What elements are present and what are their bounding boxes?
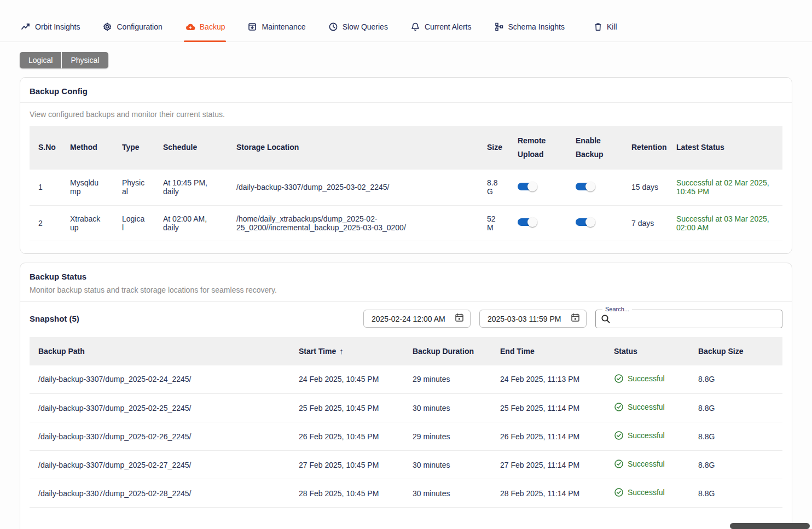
- col-storage-location: Storage Location: [228, 126, 478, 170]
- col-backup-path: Backup Path: [30, 337, 290, 365]
- cell-storage-location: /home/daily_xtrabackups/dump_2025-02-25_…: [228, 205, 478, 241]
- clock-icon: [328, 22, 338, 32]
- col-start-time-sort[interactable]: Start Time↑: [290, 337, 404, 365]
- col-sno: S.No: [30, 126, 61, 170]
- cell-schedule: At 02:00 AM, daily: [154, 205, 228, 241]
- tab-slow-queries[interactable]: Slow Queries: [327, 20, 389, 42]
- status-header-row: Backup Path Start Time↑ Backup Duration …: [30, 337, 782, 365]
- calendar-icon[interactable]: [454, 312, 465, 325]
- backup-mode-toggle: Logical Physical: [20, 52, 108, 68]
- tab-label: Slow Queries: [343, 22, 388, 31]
- toggle-thumb: [527, 217, 537, 227]
- enable-backup-toggle[interactable]: [576, 217, 595, 228]
- toggle-thumb: [527, 182, 537, 191]
- cell-latest-status: Successful at 03 Mar 2025, 02:00 AM: [668, 205, 782, 241]
- col-method: Method: [61, 126, 113, 170]
- tab-schema-insights[interactable]: Schema Insights: [493, 20, 566, 42]
- toggle-thumb: [585, 217, 595, 227]
- tab-backup[interactable]: Backup: [184, 20, 227, 42]
- col-type: Type: [113, 126, 154, 170]
- status-text: Successful: [628, 460, 665, 468]
- check-circle-icon: [614, 459, 624, 469]
- main-tabbar: Orbit Insights Configuration Backup Main…: [0, 0, 812, 42]
- cell-backup-path: /daily-backup-3307/dump_2025-02-24_2245/: [30, 365, 290, 394]
- check-circle-icon: [614, 402, 624, 412]
- check-circle-icon: [614, 487, 624, 497]
- gear-icon: [102, 22, 112, 32]
- col-backup-duration: Backup Duration: [404, 337, 491, 365]
- status-badge: Successful: [614, 402, 665, 412]
- cell-method: Mysqldump: [61, 170, 113, 205]
- cell-backup-size: 8.8G: [689, 451, 782, 479]
- backup-status-title: Backup Status: [20, 263, 792, 283]
- date-from-value: 2025-02-24 12:00 AM: [372, 315, 445, 323]
- status-row: /daily-backup-3307/dump_2025-02-27_2245/…: [30, 451, 782, 479]
- tab-configuration[interactable]: Configuration: [101, 20, 163, 42]
- status-text: Successful: [628, 431, 665, 440]
- status-row: /daily-backup-3307/dump_2025-02-28_2245/…: [30, 479, 782, 508]
- tab-label: Orbit Insights: [35, 22, 80, 31]
- col-enable-backup: Enable Backup: [567, 126, 623, 170]
- cell-start-time: 24 Feb 2025, 10:45 PM: [290, 365, 404, 394]
- trash-icon: [594, 22, 602, 32]
- tab-current-alerts[interactable]: Current Alerts: [409, 20, 473, 42]
- cell-retention: 15 days: [623, 170, 668, 205]
- cell-backup-path: /daily-backup-3307/dump_2025-02-26_2245/: [30, 422, 290, 451]
- tab-label: Backup: [200, 22, 225, 31]
- calendar-icon[interactable]: [570, 312, 581, 325]
- backup-config-title: Backup Config: [20, 78, 792, 102]
- config-row: 1 Mysqldump Physical At 10:45 PM, daily …: [30, 170, 782, 205]
- cell-sno: 2: [30, 205, 61, 241]
- date-from-picker[interactable]: 2025-02-24 12:00 AM: [363, 310, 471, 328]
- tab-maintenance[interactable]: Maintenance: [246, 20, 306, 42]
- horizontal-scrollbar-thumb[interactable]: [730, 523, 810, 529]
- tab-label: Configuration: [117, 22, 162, 31]
- search-input[interactable]: [614, 310, 778, 328]
- status-text: Successful: [628, 488, 665, 497]
- cell-sno: 1: [30, 170, 61, 205]
- cell-backup-path: /daily-backup-3307/dump_2025-02-25_2245/: [30, 394, 290, 422]
- search-floating-label: Search...: [602, 306, 632, 312]
- status-text: Successful: [628, 374, 665, 383]
- cell-duration: 30 minutes: [404, 394, 491, 422]
- cell-duration: 29 minutes: [404, 422, 491, 451]
- cell-backup-size: 8.8G: [689, 422, 782, 451]
- remote-upload-toggle[interactable]: [518, 181, 537, 192]
- cell-end-time: 24 Feb 2025, 11:13 PM: [491, 365, 605, 394]
- cell-start-time: 27 Feb 2025, 10:45 PM: [290, 451, 404, 479]
- date-to-picker[interactable]: 2025-03-03 11:59 PM: [479, 310, 587, 328]
- col-latest-status: Latest Status: [668, 126, 782, 170]
- tab-kill[interactable]: Kill: [593, 20, 618, 42]
- cell-duration: 29 minutes: [404, 365, 491, 394]
- cell-type: Logical: [113, 205, 154, 241]
- config-header-row: S.No Method Type Schedule Storage Locati…: [30, 126, 782, 170]
- cell-schedule: At 10:45 PM, daily: [154, 170, 228, 205]
- cell-backup-size: 8.8G: [689, 479, 782, 508]
- cell-end-time: 28 Feb 2025, 11:14 PM: [491, 479, 605, 508]
- cell-backup-path: /daily-backup-3307/dump_2025-02-28_2245/: [30, 479, 290, 508]
- cell-duration: 30 minutes: [404, 479, 491, 508]
- tab-orbit-insights[interactable]: Orbit Insights: [20, 20, 81, 42]
- status-badge: Successful: [614, 431, 665, 440]
- cell-start-time: 25 Feb 2025, 10:45 PM: [290, 394, 404, 422]
- tab-label: Current Alerts: [425, 22, 472, 31]
- backup-status-table: Backup Path Start Time↑ Backup Duration …: [30, 337, 782, 508]
- cell-backup-size: 8.8G: [689, 394, 782, 422]
- status-badge: Successful: [614, 487, 665, 497]
- enable-backup-toggle[interactable]: [576, 181, 595, 192]
- search-field: Search...: [595, 310, 782, 328]
- physical-button[interactable]: Physical: [61, 52, 108, 68]
- col-end-time: End Time: [491, 337, 605, 365]
- cell-start-time: 28 Feb 2025, 10:45 PM: [290, 479, 404, 508]
- tab-label: Schema Insights: [508, 22, 565, 31]
- cell-end-time: 26 Feb 2025, 11:14 PM: [491, 422, 605, 451]
- cell-duration: 30 minutes: [404, 451, 491, 479]
- cell-type: Physical: [113, 170, 154, 205]
- remote-upload-toggle[interactable]: [518, 217, 537, 228]
- cell-start-time: 26 Feb 2025, 10:45 PM: [290, 422, 404, 451]
- cell-retention: 7 days: [623, 205, 668, 241]
- logical-button[interactable]: Logical: [20, 52, 61, 68]
- cell-size: 52M: [478, 205, 509, 241]
- col-remote-upload: Remote Upload: [509, 126, 567, 170]
- cell-backup-size: 8.8G: [689, 365, 782, 394]
